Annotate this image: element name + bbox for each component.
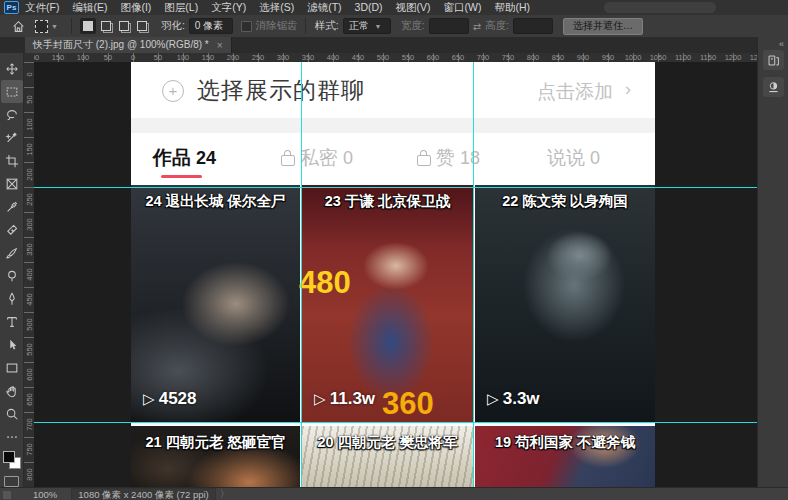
swap-dimensions-icon[interactable]: ⇄	[473, 21, 481, 32]
style-select[interactable]: 正常 ▼	[343, 18, 391, 34]
ruler-label: 350	[25, 238, 34, 262]
tool-brush[interactable]	[1, 241, 23, 264]
tab-count: 0	[590, 148, 600, 169]
menu-item[interactable]: 滤镜(T)	[307, 1, 341, 15]
tool-rectangle[interactable]	[1, 356, 23, 379]
quick-mask-button[interactable]	[4, 476, 19, 487]
expand-panels-icon[interactable]: «	[779, 39, 784, 49]
width-input[interactable]	[429, 18, 469, 34]
video-thumbnail[interactable]: 21 四朝元老 怒砸宦官	[131, 426, 300, 487]
tool-marquee[interactable]	[1, 80, 23, 103]
document-canvas[interactable]: + 选择展示的群聊 点击添加 › 作品24私密0赞18说说0 24 退出长城 保…	[131, 62, 655, 487]
zoom-level[interactable]: 100%	[33, 489, 57, 500]
menu-item[interactable]: 视图(V)	[396, 1, 431, 15]
group-chat-title: 选择展示的群聊	[197, 75, 365, 106]
current-tool-preset[interactable]: ▼	[35, 20, 58, 33]
annotation-480: 480	[299, 265, 351, 301]
lock-icon	[281, 155, 295, 166]
tab-label: 赞	[436, 145, 455, 171]
object-selection-icon	[5, 131, 19, 145]
guide-horizontal[interactable]	[34, 422, 757, 423]
close-icon[interactable]: ×	[217, 40, 223, 51]
marquee-icon	[5, 85, 19, 99]
ruler-label: 1000	[625, 53, 642, 62]
guide-vertical[interactable]	[473, 62, 474, 487]
intersect-selection-mode-button[interactable]	[134, 18, 150, 34]
tool-zoom[interactable]	[1, 402, 23, 425]
tab-赞[interactable]: 赞18	[417, 145, 480, 171]
status-options-icon[interactable]: 〉	[220, 488, 230, 500]
tool-healing-brush[interactable]	[1, 218, 23, 241]
plus-circle-icon: +	[162, 80, 184, 102]
video-thumbnail[interactable]: 24 退出长城 保尔全尸4528	[131, 185, 300, 423]
menu-item[interactable]: 图层(L)	[164, 1, 198, 15]
ruler-label: 450	[352, 53, 365, 62]
dodge-icon	[5, 269, 19, 283]
home-icon[interactable]	[7, 15, 29, 38]
document-tab[interactable]: 快手封面尺寸 (2).jpg @ 100%(RGB/8) * ×	[25, 37, 232, 53]
ruler-label: 100	[177, 53, 190, 62]
ruler-label: 150	[202, 53, 215, 62]
guide-horizontal[interactable]	[34, 187, 757, 188]
video-thumbnail[interactable]: 20 四朝元老 樊忠将军	[302, 426, 473, 487]
panel-icon-libraries[interactable]	[763, 50, 784, 70]
section-divider	[131, 118, 655, 133]
ruler-label: 550	[25, 338, 34, 362]
ruler-label: 50	[154, 53, 162, 62]
tool-edit-toolbar[interactable]	[1, 425, 23, 448]
menu-item[interactable]: 3D(D)	[355, 1, 383, 15]
tab-说说[interactable]: 说说0	[547, 145, 600, 171]
height-input[interactable]	[513, 18, 553, 34]
style-label: 样式:	[315, 19, 339, 33]
type-icon	[5, 315, 19, 329]
select-and-mask-button[interactable]: 选择并遮住…	[563, 18, 643, 35]
ruler-label: 50	[104, 53, 112, 62]
tool-pen[interactable]	[1, 287, 23, 310]
new-selection-mode-button[interactable]	[80, 18, 96, 34]
frame-icon	[5, 177, 19, 191]
video-thumbnail[interactable]: 22 陈文荣 以身殉国3.3w	[475, 185, 655, 423]
photoshop-window: Ps 文件(F)编辑(E)图像(I)图层(L)文字(Y)选择(S)滤镜(T)3D…	[0, 0, 788, 500]
feather-input[interactable]: 0 像素	[189, 18, 233, 34]
menu-item[interactable]: 文件(F)	[25, 1, 59, 15]
ruler-label: 200	[227, 53, 240, 62]
menu-item[interactable]: 窗口(W)	[444, 1, 482, 15]
chevron-right-icon: ›	[625, 78, 631, 100]
panel-icon-adjustments[interactable]	[763, 77, 784, 97]
canvas-viewport[interactable]: + 选择展示的群聊 点击添加 › 作品24私密0赞18说说0 24 退出长城 保…	[34, 62, 757, 487]
height-label: 高度:	[485, 19, 509, 33]
tool-type[interactable]	[1, 310, 23, 333]
tab-作品[interactable]: 作品24	[153, 145, 216, 171]
tool-crop[interactable]	[1, 149, 23, 172]
video-title: 21 四朝元老 怒砸宦官	[131, 433, 300, 452]
tool-move[interactable]	[1, 57, 23, 80]
play-count: 3.3w	[487, 389, 540, 409]
path-selection-icon	[5, 338, 19, 352]
menu-item[interactable]: 文字(Y)	[211, 1, 246, 15]
tab-label: 作品	[153, 145, 191, 171]
add-selection-mode-button[interactable]	[98, 18, 114, 34]
menu-item[interactable]: 帮助(H)	[495, 1, 531, 15]
tool-hand[interactable]	[1, 379, 23, 402]
tool-frame[interactable]	[1, 172, 23, 195]
subtract-selection-mode-button[interactable]	[116, 18, 132, 34]
tool-dodge[interactable]	[1, 264, 23, 287]
workspace-pill[interactable]	[604, 2, 716, 13]
tool-lasso[interactable]	[1, 103, 23, 126]
ruler-label: 500	[377, 53, 390, 62]
guide-vertical[interactable]	[301, 62, 302, 487]
menu-item[interactable]: 图像(I)	[120, 1, 151, 15]
new-selection-icon	[83, 21, 93, 31]
video-title: 19 苟利国家 不避斧钺	[475, 433, 655, 452]
color-swatches[interactable]	[2, 450, 22, 470]
tab-count: 18	[460, 148, 480, 169]
tool-object-selection[interactable]	[1, 126, 23, 149]
tool-eyedropper[interactable]	[1, 195, 23, 218]
video-thumbnail[interactable]: 19 苟利国家 不避斧钺	[475, 426, 655, 487]
menu-item[interactable]: 编辑(E)	[72, 1, 107, 15]
tab-私密[interactable]: 私密0	[281, 145, 353, 171]
menu-item[interactable]: 选择(S)	[259, 1, 294, 15]
antialias-checkbox[interactable]	[241, 21, 252, 32]
tool-path-selection[interactable]	[1, 333, 23, 356]
foreground-color-swatch[interactable]	[3, 451, 15, 463]
